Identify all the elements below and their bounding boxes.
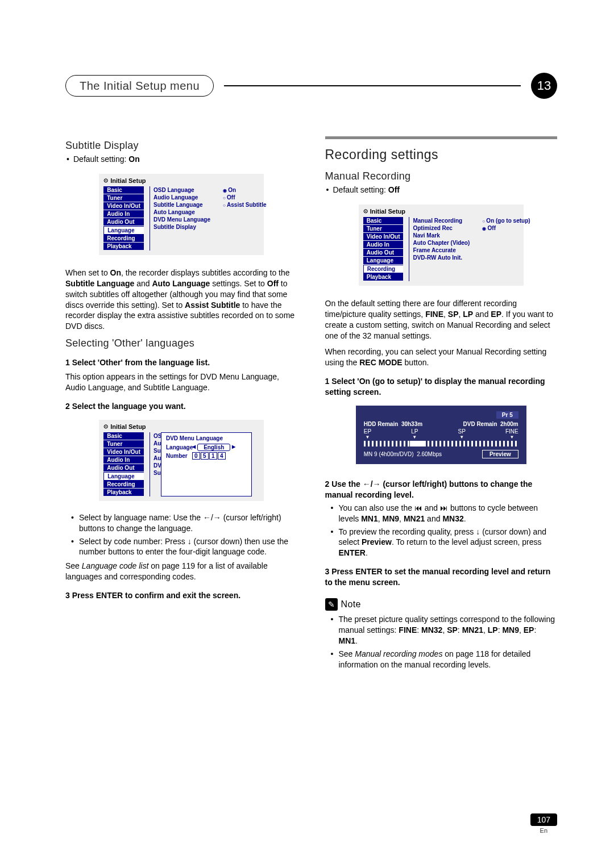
lang-select-methods: Select by language name: Use the ←/→ (cu… <box>65 512 298 558</box>
heading-other-languages: Selecting 'Other' languages <box>65 337 298 349</box>
chapter-number-badge: 13 <box>531 73 557 99</box>
list-item: Select by language name: Use the ←/→ (cu… <box>79 512 298 534</box>
note-icon: ✎ <box>325 598 338 611</box>
subtitle-paragraph: When set to On, the recorder displays su… <box>65 268 298 332</box>
osd-nav: BasicTuner Video In/OutAudio In Audio Ou… <box>363 217 406 281</box>
osd-title: Initial Setup <box>103 177 259 184</box>
osd-manual-recording: Initial Setup BasicTuner Video In/OutAud… <box>359 205 524 286</box>
default-setting-line: Default setting: Off <box>325 185 558 195</box>
page-lang: En <box>530 827 557 834</box>
step-1-text: This option appears in the settings for … <box>65 372 298 393</box>
note-header: ✎ Note <box>325 598 558 611</box>
chapter-header: The Initial Setup menu 13 <box>65 73 557 99</box>
step-2: 2 Select the language you want. <box>65 401 298 412</box>
osd-options: On (go to setup) Off <box>476 217 532 281</box>
left-column: Subtitle Display Default setting: On Ini… <box>65 136 298 672</box>
osd-settings-list: Manual RecordingOptimized Rec Navi MarkA… <box>409 217 473 281</box>
see-language-list: See Language code list on page 119 for a… <box>65 561 298 582</box>
note-list: The preset picture quality settings corr… <box>325 614 558 670</box>
osd-language-popup: DVD Menu Language Language English Numbe… <box>161 432 252 496</box>
list-item: See Manual recording modes on page 118 f… <box>339 649 558 670</box>
step-1: 1 Select 'On (go to setup)' to display t… <box>325 376 558 398</box>
default-setting-line: Default setting: On <box>65 154 298 165</box>
osd-title: Initial Setup <box>103 423 259 430</box>
chapter-rule <box>224 85 521 86</box>
chapter-title: The Initial Setup menu <box>65 75 214 97</box>
mr-paragraph-1: On the default setting there are four di… <box>325 298 558 341</box>
osd-options: On Off Assist Subtitle <box>217 186 269 251</box>
quality-marks: EPLP SPFINE <box>364 428 518 440</box>
list-item: Select by code number: Press ↓ (cursor d… <box>79 536 298 558</box>
section-recording-settings: Recording settings <box>325 136 558 162</box>
list-item: To preview the recording quality, press … <box>339 527 558 559</box>
list-item: You can also use the ⏮ and ⏭ buttons to … <box>339 503 558 524</box>
pr-badge: Pr 5 <box>496 411 518 419</box>
manual-recording-panel: Pr 5 HDD Remain 30h33m DVD Remain 2h00m … <box>356 406 526 464</box>
right-column: Recording settings Manual Recording Defa… <box>325 136 558 672</box>
preview-button: Preview <box>482 450 518 458</box>
step-2: 2 Use the ←/→ (cursor left/right) button… <box>325 479 558 500</box>
mr-paragraph-2: When recording, you can select your Manu… <box>325 347 558 368</box>
osd-nav: BasicTuner Video In/OutAudio In Audio Ou… <box>103 432 146 496</box>
step-1: 1 Select 'Other' from the language list. <box>65 357 298 368</box>
page-footer: 107 En <box>530 813 557 834</box>
heading-manual-recording: Manual Recording <box>325 170 558 182</box>
list-item: The preset picture quality settings corr… <box>339 614 558 646</box>
osd-subtitle-display: Initial Setup BasicTuner Video In/OutAud… <box>99 174 264 255</box>
osd-title: Initial Setup <box>363 208 519 215</box>
osd-nav: BasicTuner Video In/OutAudio In Audio Ou… <box>103 186 146 251</box>
level-bar <box>364 441 518 446</box>
note-label: Note <box>341 599 361 610</box>
page-number: 107 <box>530 813 557 826</box>
step-2-list: You can also use the ⏮ and ⏭ buttons to … <box>325 503 558 558</box>
osd-settings-list: OSD LanguageAudio Language Subtitle Lang… <box>150 186 214 251</box>
step-3: 3 Press ENTER to confirm and exit the sc… <box>65 590 298 601</box>
osd-other-language: Initial Setup BasicTuner Video In/OutAud… <box>99 420 264 501</box>
step-3: 3 Press ENTER to set the manual recordin… <box>325 566 558 588</box>
heading-subtitle-display: Subtitle Display <box>65 140 298 152</box>
